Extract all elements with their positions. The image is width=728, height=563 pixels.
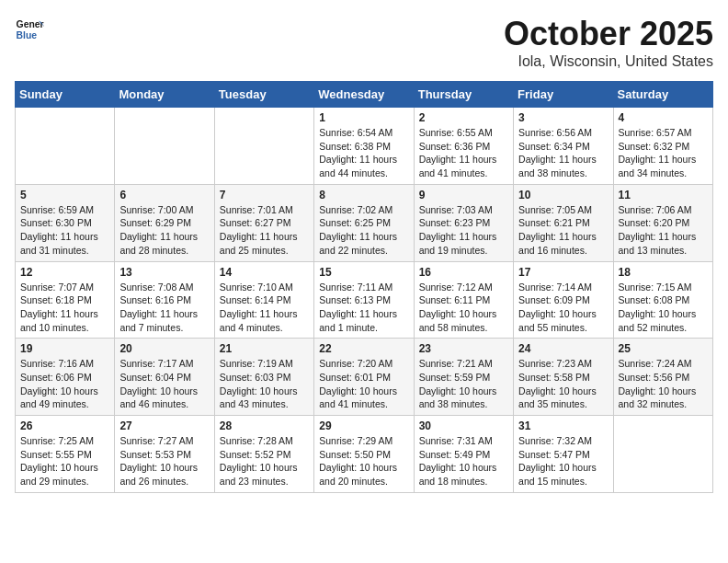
day-number: 12 [20,266,109,279]
title-area: October 2025 Iola, Wisconsin, United Sta… [504,15,713,70]
day-number: 7 [220,189,309,201]
day-number: 4 [619,111,708,124]
day-info: Sunrise: 7:14 AM Sunset: 6:09 PM Dayligh… [518,281,608,335]
day-info: Sunrise: 7:02 AM Sunset: 6:25 PM Dayligh… [319,203,408,258]
day-info: Sunrise: 7:06 AM Sunset: 6:20 PM Dayligh… [619,203,708,258]
calendar-cell: 18Sunrise: 7:15 AM Sunset: 6:08 PM Dayli… [613,261,712,339]
calendar-cell: 3Sunrise: 6:56 AM Sunset: 6:34 PM Daylig… [514,108,613,185]
calendar-cell: 20Sunrise: 7:17 AM Sunset: 6:04 PM Dayli… [115,339,214,416]
day-info: Sunrise: 7:00 AM Sunset: 6:29 PM Dayligh… [119,203,209,258]
calendar-cell: 2Sunrise: 6:55 AM Sunset: 6:36 PM Daylig… [414,108,513,185]
day-number: 28 [220,419,309,432]
logo-icon: General Blue [15,15,44,44]
day-info: Sunrise: 7:07 AM Sunset: 6:18 PM Dayligh… [20,281,109,335]
day-number: 29 [319,419,408,432]
day-info: Sunrise: 7:08 AM Sunset: 6:16 PM Dayligh… [119,281,209,335]
header: General Blue October 2025 Iola, Wisconsi… [15,15,713,70]
day-number: 22 [319,342,408,355]
calendar-cell: 10Sunrise: 7:05 AM Sunset: 6:21 PM Dayli… [514,184,613,261]
week-row-3: 12Sunrise: 7:07 AM Sunset: 6:18 PM Dayli… [16,261,713,339]
calendar-cell: 17Sunrise: 7:14 AM Sunset: 6:09 PM Dayli… [514,261,613,339]
calendar-cell: 5Sunrise: 6:59 AM Sunset: 6:30 PM Daylig… [16,184,115,261]
calendar-cell: 21Sunrise: 7:19 AM Sunset: 6:03 PM Dayli… [214,339,313,416]
calendar-cell: 26Sunrise: 7:25 AM Sunset: 5:55 PM Dayli… [16,416,115,493]
calendar-cell: 15Sunrise: 7:11 AM Sunset: 6:13 PM Dayli… [314,261,414,339]
day-info: Sunrise: 7:19 AM Sunset: 6:03 PM Dayligh… [220,357,309,411]
day-info: Sunrise: 6:55 AM Sunset: 6:36 PM Dayligh… [419,126,508,180]
calendar-cell: 14Sunrise: 7:10 AM Sunset: 6:14 PM Dayli… [214,261,313,339]
week-row-2: 5Sunrise: 6:59 AM Sunset: 6:30 PM Daylig… [16,184,713,261]
day-info: Sunrise: 6:54 AM Sunset: 6:38 PM Dayligh… [319,126,408,180]
calendar-cell: 16Sunrise: 7:12 AM Sunset: 6:11 PM Dayli… [414,261,513,339]
calendar-cell [16,108,115,185]
day-number: 19 [20,342,109,355]
day-number: 24 [518,342,608,355]
day-info: Sunrise: 7:16 AM Sunset: 6:06 PM Dayligh… [20,357,109,411]
calendar-cell: 19Sunrise: 7:16 AM Sunset: 6:06 PM Dayli… [16,339,115,416]
day-header-monday: Monday [115,82,214,108]
logo: General Blue [15,15,44,44]
day-number: 15 [319,266,408,279]
day-info: Sunrise: 7:31 AM Sunset: 5:49 PM Dayligh… [419,434,508,488]
day-info: Sunrise: 6:59 AM Sunset: 6:30 PM Dayligh… [20,203,109,258]
day-info: Sunrise: 6:57 AM Sunset: 6:32 PM Dayligh… [619,126,708,180]
day-number: 13 [119,266,209,279]
day-number: 31 [518,419,608,432]
day-info: Sunrise: 7:11 AM Sunset: 6:13 PM Dayligh… [319,281,408,335]
calendar-cell: 9Sunrise: 7:03 AM Sunset: 6:23 PM Daylig… [414,184,513,261]
day-info: Sunrise: 7:28 AM Sunset: 5:52 PM Dayligh… [220,434,309,488]
day-number: 1 [319,111,408,124]
day-number: 3 [518,111,608,124]
day-info: Sunrise: 7:03 AM Sunset: 6:23 PM Dayligh… [419,203,508,258]
day-info: Sunrise: 7:15 AM Sunset: 6:08 PM Dayligh… [619,281,708,335]
svg-text:General: General [17,19,44,29]
day-header-sunday: Sunday [16,82,115,108]
day-number: 5 [20,189,109,201]
calendar-cell: 8Sunrise: 7:02 AM Sunset: 6:25 PM Daylig… [314,184,414,261]
day-info: Sunrise: 7:32 AM Sunset: 5:47 PM Dayligh… [518,434,608,488]
calendar-cell [613,416,712,493]
calendar-cell: 6Sunrise: 7:00 AM Sunset: 6:29 PM Daylig… [115,184,214,261]
week-row-1: 1Sunrise: 6:54 AM Sunset: 6:38 PM Daylig… [16,108,713,185]
day-number: 14 [220,266,309,279]
day-number: 9 [419,189,508,201]
day-header-wednesday: Wednesday [314,82,414,108]
day-header-thursday: Thursday [414,82,513,108]
day-number: 10 [518,189,608,201]
day-info: Sunrise: 7:27 AM Sunset: 5:53 PM Dayligh… [119,434,209,488]
day-info: Sunrise: 7:01 AM Sunset: 6:27 PM Dayligh… [220,203,309,258]
day-number: 2 [419,111,508,124]
calendar-cell: 12Sunrise: 7:07 AM Sunset: 6:18 PM Dayli… [16,261,115,339]
calendar-cell: 7Sunrise: 7:01 AM Sunset: 6:27 PM Daylig… [214,184,313,261]
day-info: Sunrise: 7:23 AM Sunset: 5:58 PM Dayligh… [518,357,608,411]
calendar-cell: 25Sunrise: 7:24 AM Sunset: 5:56 PM Dayli… [613,339,712,416]
calendar-cell: 13Sunrise: 7:08 AM Sunset: 6:16 PM Dayli… [115,261,214,339]
day-number: 11 [619,189,708,201]
day-header-friday: Friday [514,82,613,108]
day-info: Sunrise: 7:21 AM Sunset: 5:59 PM Dayligh… [419,357,508,411]
calendar-cell [115,108,214,185]
calendar-cell: 29Sunrise: 7:29 AM Sunset: 5:50 PM Dayli… [314,416,414,493]
calendar-cell: 1Sunrise: 6:54 AM Sunset: 6:38 PM Daylig… [314,108,414,185]
day-info: Sunrise: 7:05 AM Sunset: 6:21 PM Dayligh… [518,203,608,258]
calendar-cell: 11Sunrise: 7:06 AM Sunset: 6:20 PM Dayli… [613,184,712,261]
svg-text:Blue: Blue [17,30,38,40]
day-number: 23 [419,342,508,355]
day-info: Sunrise: 7:10 AM Sunset: 6:14 PM Dayligh… [220,281,309,335]
day-info: Sunrise: 7:20 AM Sunset: 6:01 PM Dayligh… [319,357,408,411]
day-info: Sunrise: 7:29 AM Sunset: 5:50 PM Dayligh… [319,434,408,488]
week-row-5: 26Sunrise: 7:25 AM Sunset: 5:55 PM Dayli… [16,416,713,493]
day-number: 18 [619,266,708,279]
calendar-cell: 4Sunrise: 6:57 AM Sunset: 6:32 PM Daylig… [613,108,712,185]
calendar-cell: 23Sunrise: 7:21 AM Sunset: 5:59 PM Dayli… [414,339,513,416]
day-info: Sunrise: 7:12 AM Sunset: 6:11 PM Dayligh… [419,281,508,335]
day-number: 6 [119,189,209,201]
day-number: 21 [220,342,309,355]
day-info: Sunrise: 7:24 AM Sunset: 5:56 PM Dayligh… [619,357,708,411]
calendar-cell: 30Sunrise: 7:31 AM Sunset: 5:49 PM Dayli… [414,416,513,493]
day-info: Sunrise: 7:17 AM Sunset: 6:04 PM Dayligh… [119,357,209,411]
day-header-saturday: Saturday [613,82,712,108]
day-info: Sunrise: 7:25 AM Sunset: 5:55 PM Dayligh… [20,434,109,488]
day-number: 20 [119,342,209,355]
day-number: 25 [619,342,708,355]
